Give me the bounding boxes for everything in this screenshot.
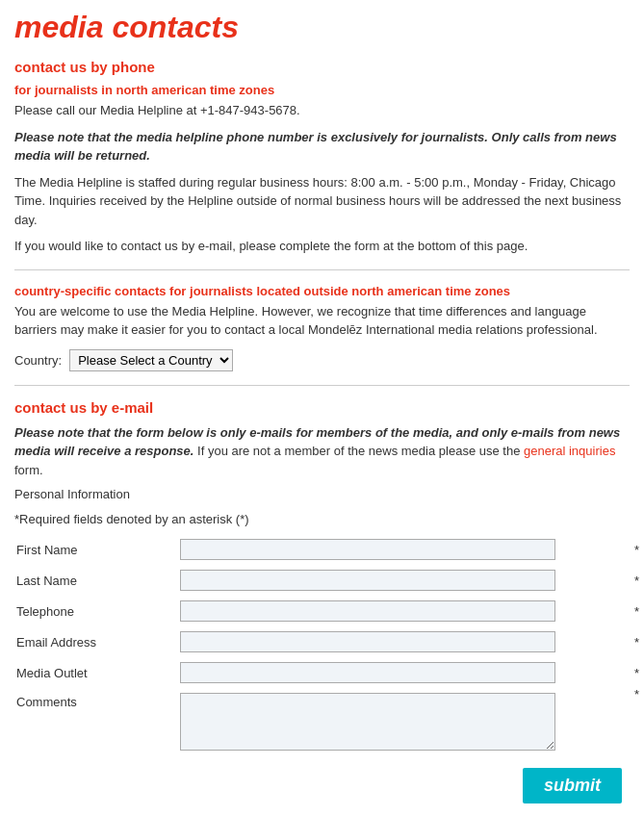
- general-inquiries-link[interactable]: general inquiries: [524, 444, 615, 458]
- first-name-input[interactable]: [180, 539, 555, 560]
- media-outlet-input[interactable]: [180, 662, 555, 683]
- media-outlet-label: Media Outlet: [14, 657, 178, 688]
- comments-textarea[interactable]: [180, 693, 555, 751]
- last-name-input[interactable]: [180, 570, 555, 591]
- journalists-subheading: for journalists in north american time z…: [14, 83, 630, 97]
- email-heading: contact us by e-mail: [14, 399, 630, 416]
- hours-text: The Media Helpline is staffed during reg…: [14, 173, 630, 230]
- form-table: First Name * Last Name * Telephone: [14, 534, 630, 758]
- email-address-input[interactable]: [180, 631, 555, 652]
- comments-label: Comments: [14, 688, 178, 758]
- telephone-input[interactable]: [180, 600, 555, 622]
- table-row: Email Address *: [14, 626, 630, 657]
- email-note-suffix: If you are not a member of the news medi…: [197, 444, 524, 458]
- country-select[interactable]: Please Select a Country: [69, 349, 233, 371]
- submit-button[interactable]: submit: [523, 768, 622, 803]
- call-text: Please call our Media Helpline at +1-847…: [14, 101, 630, 120]
- email-section: contact us by e-mail Please note that th…: [14, 399, 630, 804]
- first-name-label: First Name: [14, 534, 178, 565]
- phone-heading: contact us by phone: [14, 59, 630, 75]
- email-required: *: [634, 635, 639, 650]
- country-section: country-specific contacts for journalist…: [14, 284, 630, 371]
- table-row: Comments *: [14, 688, 630, 758]
- last-name-label: Last Name: [14, 565, 178, 596]
- email-note: Please note that the form below is only …: [14, 423, 630, 480]
- country-body: You are welcome to use the Media Helplin…: [14, 302, 630, 340]
- email-note-end: form.: [14, 463, 43, 477]
- email-address-label: Email Address: [14, 626, 178, 657]
- telephone-label: Telephone: [14, 596, 178, 626]
- comments-required: *: [634, 687, 639, 701]
- phone-section: contact us by phone for journalists in n…: [14, 59, 630, 256]
- media-outlet-required: *: [634, 666, 639, 680]
- contact-form: First Name * Last Name * Telephone: [14, 534, 630, 803]
- table-row: Telephone *: [14, 596, 630, 626]
- submit-row: submit: [14, 768, 630, 803]
- divider-1: [14, 269, 630, 270]
- phone-note: Please note that the media helpline phon…: [14, 128, 630, 166]
- table-row: Media Outlet *: [14, 657, 630, 688]
- last-name-required: *: [634, 574, 639, 588]
- country-label: Country:: [14, 353, 62, 368]
- personal-info-label: Personal Information: [14, 485, 630, 504]
- telephone-required: *: [634, 604, 639, 619]
- country-heading: country-specific contacts for journalist…: [14, 284, 630, 298]
- required-note: *Required fields denoted by an asterisk …: [14, 510, 630, 529]
- table-row: Last Name *: [14, 565, 630, 596]
- email-invite: If you would like to contact us by e-mai…: [14, 237, 630, 256]
- table-row: First Name *: [14, 534, 630, 565]
- first-name-required: *: [634, 543, 639, 557]
- divider-2: [14, 385, 630, 386]
- page-title: media contacts: [14, 10, 630, 45]
